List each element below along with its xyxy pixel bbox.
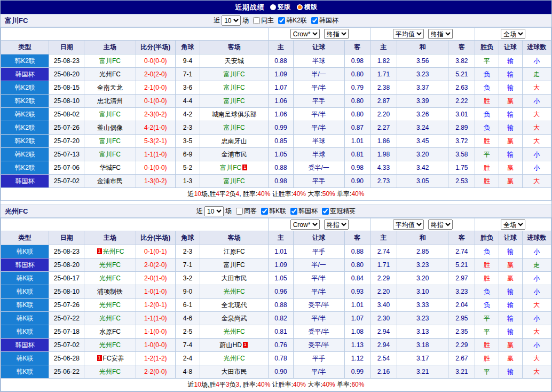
team-link[interactable]: 金泉尚武 [222, 315, 247, 322]
team-link[interactable]: 富川FC [99, 111, 121, 118]
team-link[interactable]: FC安养 [103, 355, 124, 362]
score-cell: 0-1(0-0) [136, 95, 175, 108]
team-link[interactable]: 金浦市民 [97, 177, 123, 185]
same-side-checkbox-label[interactable]: 同客 [236, 207, 257, 216]
column-header: 客 [448, 41, 475, 54]
league-filter-checkbox-text: 韩国杯 [298, 207, 318, 216]
column-header: 胜负 [475, 41, 499, 54]
date-cell: 25-07-18 [49, 325, 84, 339]
match-count-select[interactable]: 10 [222, 15, 241, 26]
league-filter-checkbox-label[interactable]: 韩国杯 [290, 207, 318, 216]
team-link[interactable]: 富川FC [224, 97, 245, 105]
team-link[interactable]: 忠北清州 [97, 97, 123, 105]
team-link[interactable]: 水原FC [99, 328, 121, 335]
bookmaker-select[interactable]: Crow* [290, 219, 320, 230]
avg-away-odds: 3.72 [448, 135, 475, 148]
league-filter-checkbox-label[interactable]: 亚冠精英 [322, 207, 356, 216]
goals-result-cell: 大 [522, 299, 551, 312]
bookmaker-time-select[interactable]: 终指 [324, 29, 349, 39]
corner-cell: 9-0 [175, 285, 200, 299]
team-link[interactable]: 釜山偶像 [97, 124, 123, 131]
team-link[interactable]: 华城FC [99, 164, 121, 171]
team-link[interactable]: 全南天龙 [97, 84, 123, 91]
team-link[interactable]: 江原FC [224, 248, 245, 255]
team-link[interactable]: 光州FC [99, 341, 121, 349]
team-link[interactable]: 光州FC [99, 368, 121, 375]
team-link[interactable]: 忠南牙山 [222, 137, 247, 145]
team-link[interactable]: 光州FC [224, 355, 245, 362]
summary-row: 近10场,胜4平2负4, 胜率:40% 让胜率:40% 大率:50% 单率:40… [1, 188, 551, 201]
league-filter-checkbox[interactable] [311, 17, 318, 24]
league-filter-checkbox[interactable] [261, 208, 268, 215]
handicap-result-cell: 输 [499, 121, 522, 135]
team-link[interactable]: 富川FC [99, 137, 121, 145]
away-team-cell: 富川FC [200, 68, 268, 81]
average-select[interactable]: 平均值 [393, 29, 424, 39]
team-link[interactable]: 富川FC [224, 70, 245, 78]
team-link[interactable]: 富川FC [224, 177, 245, 185]
team-link[interactable]: 光州FC [99, 315, 121, 322]
avg-away-odds: 2.29 [448, 339, 475, 352]
home-team-cell: 光州FC [84, 339, 136, 352]
league-filter-checkbox-label[interactable]: 韩K联 [261, 207, 286, 216]
same-side-checkbox-label[interactable]: 同主 [253, 16, 274, 25]
team-link[interactable]: 光州FC [103, 248, 124, 255]
bookmaker-select[interactable]: Crow* [290, 29, 320, 39]
summary-segment: 60% [351, 381, 364, 388]
team-link[interactable]: 富川FC [224, 84, 245, 91]
team-link[interactable]: 富川FC [220, 164, 241, 171]
same-side-checkbox[interactable] [253, 17, 260, 24]
league-filter-checkbox[interactable] [290, 208, 297, 215]
team-link[interactable]: 光州FC [99, 301, 121, 309]
team-results-section: 富川FC近10场同主韩K2联韩国杯Crow*终指平均值终指全场类型日期主场比分(… [1, 14, 551, 201]
league-cell: 韩国杯 [1, 175, 49, 188]
average-time-select[interactable]: 终指 [428, 29, 453, 39]
team-link[interactable]: 富川FC [99, 57, 121, 65]
bookmaker-time-select[interactable]: 终指 [324, 219, 349, 230]
date-cell: 25-08-10 [49, 285, 84, 299]
team-link[interactable]: 光州FC [99, 261, 121, 269]
average-time-select[interactable]: 终指 [428, 219, 453, 230]
team-link[interactable]: 富川FC [224, 124, 245, 131]
result-cell: 胜 [475, 352, 499, 365]
summary-cell: 近10场,胜4平2负4, 胜率:40% 让胜率:40% 大率:50% 单率:40… [1, 188, 551, 201]
score-cell: 1-1(0-0) [136, 325, 175, 339]
match-count-select[interactable]: 10 [204, 206, 224, 216]
date-cell: 25-08-23 [49, 245, 84, 258]
team-link[interactable]: 富川FC [99, 151, 121, 158]
team-link[interactable]: 金浦市民 [222, 151, 247, 158]
league-filter-checkbox-label[interactable]: 韩国杯 [311, 16, 338, 25]
score-cell: 1-2(0-1) [136, 299, 175, 312]
summary-segment: 大率: [306, 190, 322, 198]
team-link[interactable]: 大田市民 [222, 275, 247, 282]
same-side-checkbox[interactable] [236, 208, 243, 215]
layout-radio-vertical[interactable]: 竖版 [270, 3, 290, 12]
goals-result-cell: 小 [522, 272, 551, 285]
team-link[interactable]: 富川FC [224, 261, 245, 269]
team-link[interactable]: 浦项制铁 [97, 288, 123, 295]
handicap-away-odds: 0.79 [344, 81, 370, 95]
column-header: 日期 [49, 231, 84, 245]
handicap-away-odds: 1.01 [344, 299, 370, 312]
league-cell: 韩K2联 [1, 161, 49, 175]
league-cell: 韩K2联 [1, 54, 49, 68]
scope-select[interactable]: 全场 [501, 29, 525, 39]
handicap-line: 平手 [293, 352, 344, 365]
layout-radio-horizontal[interactable]: 横版 [297, 3, 317, 12]
team-link[interactable]: 光州FC [99, 70, 121, 78]
team-link[interactable]: 天安城 [225, 57, 244, 65]
team-link[interactable]: 光州FC [224, 288, 245, 295]
scope-select[interactable]: 全场 [501, 219, 525, 230]
team-link[interactable]: 全北现代 [222, 301, 247, 309]
team-link[interactable]: 城南足球俱乐部 [212, 111, 257, 118]
team-link[interactable]: 大田市民 [222, 368, 247, 375]
league-filter-checkbox[interactable] [322, 208, 329, 215]
team-link[interactable]: 光州FC [224, 328, 245, 335]
home-team-cell: 金浦市民 [84, 175, 136, 188]
league-filter-checkbox-label[interactable]: 韩K2联 [278, 16, 307, 25]
league-filter-checkbox[interactable] [278, 17, 285, 24]
average-select[interactable]: 平均值 [393, 219, 424, 230]
handicap-away-odds: 0.80 [344, 68, 370, 81]
team-link[interactable]: 光州FC [99, 275, 121, 282]
team-link[interactable]: 蔚山HD [220, 341, 242, 349]
